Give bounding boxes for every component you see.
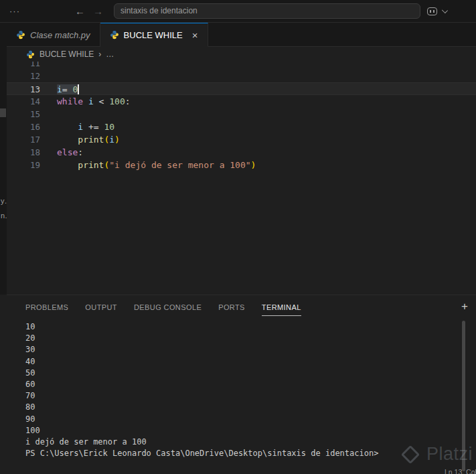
terminal[interactable]: 102030405060708090100i dejó de ser menor… <box>7 318 476 474</box>
breadcrumb-separator: › <box>98 50 101 59</box>
line-number: 19 <box>7 159 40 171</box>
text-cursor <box>78 84 79 94</box>
tab-label: Clase match.py <box>30 30 90 40</box>
tab-bar-filler <box>208 23 476 47</box>
sidebar-strip: y…n… <box>0 23 7 295</box>
code-text <box>40 70 57 82</box>
tab-bucle-while[interactable]: BUCLE WHILE × <box>100 23 208 47</box>
tab-label: BUCLE WHILE <box>124 30 183 40</box>
line-number: 17 <box>7 133 40 146</box>
breadcrumb[interactable]: BUCLE WHILE › … <box>7 47 476 62</box>
vscode-window: ··· ← → sintaxis de identacion y…n… Clas… <box>0 0 476 474</box>
terminal-line: 100 <box>25 425 476 437</box>
line-number: 14 <box>7 95 40 108</box>
panel-tab-problems[interactable]: PROBLEMS <box>25 297 68 316</box>
breadcrumb-file: BUCLE WHILE <box>39 50 94 59</box>
editor-line[interactable]: 15 <box>7 108 476 121</box>
code-editor[interactable]: 111213i= 014while i < 100:1516 i += 1017… <box>7 62 476 295</box>
copilot-icon[interactable] <box>427 7 437 15</box>
sidebar-fragment: n… <box>1 212 7 220</box>
editor-line[interactable]: 12 <box>7 70 476 82</box>
code-text: i += 10 <box>40 121 114 133</box>
terminal-line: i dejó de ser menor a 100 <box>25 437 476 448</box>
terminal-line: PS C:\Users\Erick Leonardo Casta\OneDriv… <box>25 448 476 459</box>
line-number: 18 <box>7 146 40 159</box>
editor-line[interactable]: 17 print(i) <box>7 133 476 146</box>
python-icon <box>16 30 25 40</box>
title-bar: ··· ← → sintaxis de identacion <box>0 0 476 23</box>
terminal-line: 60 <box>25 379 476 390</box>
editor-line[interactable]: 16 i += 10 <box>7 121 476 133</box>
menu-ellipsis-icon[interactable]: ··· <box>9 6 20 16</box>
terminal-line: 20 <box>25 333 476 344</box>
editor-line[interactable]: 13i= 0 <box>7 82 476 95</box>
terminal-line: 90 <box>25 414 476 425</box>
terminal-line: 10 <box>25 321 476 333</box>
back-arrow-icon[interactable]: ← <box>75 5 85 17</box>
terminal-scrollbar[interactable] <box>462 321 465 471</box>
terminal-line: 70 <box>25 390 476 402</box>
sidebar-scroll-thumb[interactable] <box>0 108 6 117</box>
editor-line[interactable]: 19 print("i dejó de ser menor a 100") <box>7 159 476 171</box>
tab-clase-match[interactable]: Clase match.py <box>7 23 100 47</box>
main-column: Clase match.py BUCLE WHILE × BUCLE WHILE… <box>7 23 476 474</box>
code-text: while i < 100: <box>40 95 131 108</box>
close-icon[interactable]: × <box>192 30 198 40</box>
code-text <box>40 62 57 70</box>
new-terminal-button[interactable]: + <box>461 300 468 313</box>
editor-line[interactable]: 18else: <box>7 146 476 159</box>
code-text <box>40 108 57 121</box>
python-icon <box>26 50 35 59</box>
panel-tabs: PROBLEMSOUTPUTDEBUG CONSOLEPORTSTERMINAL <box>25 297 301 316</box>
forward-arrow-icon[interactable]: → <box>93 5 103 17</box>
chevron-down-icon[interactable] <box>442 8 449 15</box>
line-number: 16 <box>7 121 40 133</box>
terminal-line: 80 <box>25 402 476 413</box>
editor-line[interactable]: 11 <box>7 62 476 70</box>
command-center-search[interactable]: sintaxis de identacion <box>114 3 420 19</box>
code-text: i= 0 <box>40 83 79 94</box>
line-number: 13 <box>7 83 40 94</box>
terminal-line: 30 <box>25 344 476 356</box>
sidebar-fragment: y… <box>1 197 7 205</box>
code-text: print("i dejó de ser menor a 100") <box>40 159 256 171</box>
editor-lines: 111213i= 014while i < 100:1516 i += 1017… <box>7 62 476 171</box>
bottom-panel: PROBLEMSOUTPUTDEBUG CONSOLEPORTSTERMINAL… <box>7 295 476 474</box>
panel-header: PROBLEMSOUTPUTDEBUG CONSOLEPORTSTERMINAL… <box>7 295 476 318</box>
terminal-output: 102030405060708090100i dejó de ser menor… <box>25 321 476 459</box>
code-text: print(i) <box>40 133 120 146</box>
panel-tab-terminal[interactable]: TERMINAL <box>262 297 301 316</box>
editor-line[interactable]: 14while i < 100: <box>7 95 476 108</box>
panel-tab-ports[interactable]: PORTS <box>218 297 245 316</box>
code-text: else: <box>40 146 83 159</box>
panel-tab-output[interactable]: OUTPUT <box>85 297 117 316</box>
panel-tab-debug-console[interactable]: DEBUG CONSOLE <box>134 297 202 316</box>
python-icon <box>110 30 119 40</box>
line-number: 11 <box>7 62 40 70</box>
line-number: 15 <box>7 108 40 121</box>
terminal-line: 40 <box>25 356 476 368</box>
terminal-line: 50 <box>25 368 476 379</box>
status-bar-cursor-position[interactable]: Ln 13, Col 5 Spaces: 4 <box>445 468 476 474</box>
breadcrumb-more[interactable]: … <box>106 50 114 59</box>
line-number: 12 <box>7 70 40 82</box>
editor-tab-bar: Clase match.py BUCLE WHILE × <box>7 23 476 47</box>
